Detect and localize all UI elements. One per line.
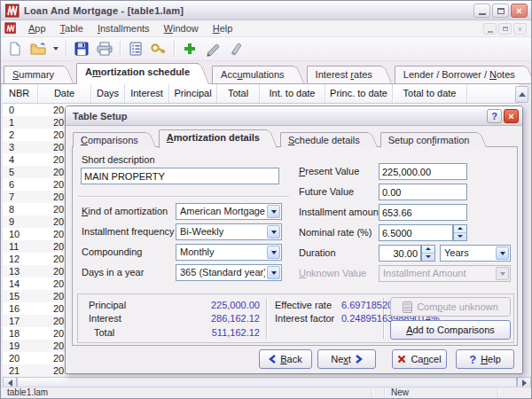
dialog-tab-amortization-details[interactable]: Amortization details	[159, 129, 278, 147]
column-header-principal[interactable]: Principal	[169, 84, 217, 103]
dialog-tab-setup-confirmation[interactable]: Setup confirmation	[380, 132, 488, 147]
button-label: Help	[481, 354, 501, 364]
total-value: 511,162.12	[149, 326, 260, 340]
minimize-button[interactable]	[473, 4, 490, 18]
dialog-close-button[interactable]: ×	[504, 109, 519, 123]
erase-installment-button[interactable]	[225, 39, 246, 59]
tab-label: Comparisons	[81, 135, 138, 145]
total-label: Total	[94, 326, 114, 340]
kind-of-amortization-select[interactable]: American Mortgage	[176, 203, 282, 220]
menu-table[interactable]: Table	[53, 21, 90, 35]
key-button[interactable]	[148, 39, 169, 59]
row-nbr: 18	[3, 327, 38, 340]
principal-label: Principal	[89, 299, 126, 312]
tab-accumulations[interactable]: Accumulations	[212, 66, 304, 83]
table-setup-dialog: Table Setup ? × Comparisons Amortization…	[65, 106, 523, 374]
short-description-input[interactable]	[81, 168, 279, 184]
menu-help[interactable]: Help	[206, 21, 240, 35]
print-button[interactable]	[94, 39, 115, 59]
column-header-int-to-date[interactable]: Int. to date	[260, 84, 325, 103]
principal-value: 225,000.00	[149, 299, 260, 312]
chevron-down-icon	[267, 205, 280, 218]
dialog-tab-comparisons[interactable]: Comparisons	[73, 132, 156, 147]
interest-label: Interest	[89, 312, 121, 325]
mdi-restore-button[interactable]	[498, 23, 512, 35]
open-file-button[interactable]	[27, 39, 49, 59]
minimize-icon	[479, 13, 486, 15]
edit-installment-button[interactable]	[202, 39, 223, 59]
schedule-table-header: NBR Date Days Interest Principal Total I…	[3, 84, 519, 104]
cancel-button[interactable]: Cancel	[392, 349, 447, 369]
tab-summary[interactable]: Summary	[4, 66, 74, 83]
duration-unit-select[interactable]: Years	[440, 245, 511, 262]
tab-amortization-schedule[interactable]: Amortization schedule	[76, 63, 209, 83]
duration-spinner[interactable]	[421, 245, 435, 262]
column-header-date[interactable]: Date	[38, 84, 91, 103]
tab-lender-borrower-notes[interactable]: Lender / Borrower / Notes	[395, 66, 532, 83]
spin-up-icon[interactable]	[422, 246, 434, 254]
close-icon: ×	[508, 111, 513, 121]
compounding-select[interactable]: Monthly	[176, 244, 282, 261]
menu-installments[interactable]: Installments	[90, 21, 157, 35]
add-to-comparisons-button[interactable]: Add to Comparisons	[390, 320, 511, 340]
spin-down-icon[interactable]	[422, 254, 434, 262]
column-header-total-to-date[interactable]: Total to date	[393, 84, 467, 103]
nominal-rate-label: Nominal rate (%)	[299, 224, 372, 241]
close-button[interactable]: ×	[511, 4, 528, 18]
summary-separator	[266, 298, 267, 339]
back-button[interactable]: Back	[259, 349, 312, 369]
select-value: 365 (Standard year)	[180, 265, 265, 280]
spin-up-icon[interactable]	[454, 225, 466, 233]
tab-interest-rates[interactable]: Interest rates	[307, 66, 392, 83]
arrow-left-icon	[8, 379, 12, 387]
mdi-close-button[interactable]: ×	[513, 23, 527, 35]
row-nbr: 2	[3, 129, 38, 141]
arrow-right-icon	[522, 379, 527, 387]
next-button[interactable]: Next	[317, 349, 376, 369]
spin-down-icon[interactable]	[454, 233, 466, 241]
help-button[interactable]: ? Help	[456, 349, 514, 369]
open-dropdown-button[interactable]	[51, 39, 61, 59]
mdi-minimize-button[interactable]	[483, 23, 497, 35]
column-header-interest[interactable]: Interest	[125, 84, 169, 103]
duration-label: Duration	[299, 245, 336, 262]
compute-unknown-button: Compute unknown	[390, 297, 511, 317]
button-label: Next	[331, 354, 351, 364]
column-header-filler	[467, 84, 519, 103]
mdi-close-icon: ×	[518, 25, 522, 34]
status-state: New	[391, 387, 409, 398]
installment-frequency-label: Installment frequency	[82, 223, 175, 240]
menu-bar: App Table Installments Window Help ×	[1, 20, 531, 37]
column-header-total[interactable]: Total	[217, 84, 260, 103]
installment-amount-label: Installment amount	[299, 204, 381, 221]
nominal-rate-input[interactable]	[379, 224, 453, 241]
chevron-down-icon	[53, 47, 59, 51]
save-button[interactable]	[71, 39, 92, 59]
compounding-label: Compounding	[82, 244, 143, 261]
dialog-help-button[interactable]: ?	[487, 109, 502, 123]
new-file-button[interactable]	[4, 39, 26, 59]
column-header-princ-to-date[interactable]: Princ. to date	[325, 84, 393, 103]
menu-window[interactable]: Window	[157, 21, 206, 35]
row-nbr: 0	[3, 104, 38, 116]
days-in-a-year-select[interactable]: 365 (Standard year)	[176, 264, 282, 281]
save-icon	[74, 41, 90, 57]
present-value-input[interactable]	[379, 163, 467, 180]
dialog-tab-schedule-details[interactable]: Schedule details	[280, 132, 378, 147]
future-value-input[interactable]	[379, 184, 467, 200]
menu-app[interactable]: App	[21, 21, 53, 35]
arrow-up-icon	[519, 92, 526, 97]
status-filename: table1.lam	[7, 387, 48, 398]
installment-frequency-select[interactable]: Bi-Weekly	[176, 223, 282, 240]
column-header-days[interactable]: Days	[91, 84, 125, 103]
installment-amount-input[interactable]	[379, 204, 467, 221]
maximize-button[interactable]	[492, 4, 509, 18]
table-setup-button[interactable]	[125, 39, 146, 59]
scrollbar-up-button[interactable]	[515, 86, 528, 103]
row-nbr: 13	[3, 265, 38, 278]
duration-input[interactable]	[379, 245, 421, 262]
add-installment-button[interactable]	[179, 39, 200, 59]
nominal-rate-spinner[interactable]	[453, 224, 467, 241]
chevron-down-icon	[267, 266, 280, 279]
column-header-nbr[interactable]: NBR	[3, 84, 38, 103]
